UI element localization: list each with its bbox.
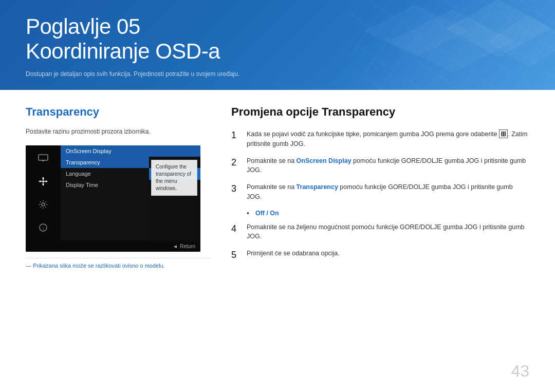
main-content: Transparency Postavite razinu prozirnost… bbox=[0, 90, 555, 279]
section-description: Postavite razinu prozirnosti prozora izb… bbox=[26, 127, 211, 136]
osd-menu-item-language: Language bbox=[61, 168, 149, 179]
osd-icon-gear bbox=[35, 198, 51, 212]
header: Poglavlje 05 Koordiniranje OSD-a Dostupa… bbox=[0, 0, 555, 90]
svg-text:i: i bbox=[43, 226, 44, 231]
svg-point-15 bbox=[42, 203, 45, 206]
step-number-4: 4 bbox=[231, 222, 240, 235]
osd-icon-info: i bbox=[35, 220, 51, 234]
svg-marker-14 bbox=[46, 180, 48, 182]
step-number-2: 2 bbox=[231, 156, 240, 169]
step-text-4: Pomaknite se na željenu mogućnost pomoću… bbox=[247, 222, 529, 242]
osd-icon-monitor bbox=[35, 152, 51, 165]
header-text-block: Poglavlje 05 Koordiniranje OSD-a Dostupa… bbox=[26, 14, 239, 78]
steps-list: 1 Kada se pojavi vodič za funkcijske tip… bbox=[231, 129, 529, 262]
svg-marker-11 bbox=[42, 177, 44, 179]
step-text-3: Pomaknite se na Transparency pomoću funk… bbox=[247, 182, 529, 202]
step-number-1: 1 bbox=[231, 129, 240, 142]
left-column: Transparency Postavite razinu prozirnost… bbox=[26, 105, 211, 269]
step-2: 2 Pomaknite se na OnScreen Display pomoć… bbox=[231, 156, 529, 176]
screenshot-note: ― Prikazana slika može se razlikovati ov… bbox=[26, 258, 211, 269]
step-number-3: 3 bbox=[231, 182, 240, 195]
svg-rect-6 bbox=[39, 155, 48, 160]
bullet-text: Off / On bbox=[255, 210, 279, 217]
step-4: 4 Pomaknite se na željenu mogućnost pomo… bbox=[231, 222, 529, 242]
header-decoration bbox=[349, 0, 555, 90]
osd-return-button: ◄ Return bbox=[173, 244, 195, 249]
bullet-item: • Off / On bbox=[231, 209, 529, 217]
osd-tooltip: Configure the transparency of the menu w… bbox=[151, 160, 197, 196]
section-title: Transparency bbox=[26, 105, 211, 119]
step-text-1: Kada se pojavi vodič za funkcijske tipke… bbox=[247, 129, 529, 149]
osd-menu-item-transparency: Transparency bbox=[61, 157, 149, 168]
osd-screenshot: i OnScreen Display Transparency Langu bbox=[26, 145, 200, 252]
header-subtitle: Dostupan je detaljan opis svih funkcija.… bbox=[26, 70, 239, 78]
step-3: 3 Pomaknite se na Transparency pomoću fu… bbox=[231, 182, 529, 202]
osd-sidebar: i bbox=[26, 145, 61, 240]
step-text-2: Pomaknite se na OnScreen Display pomoću … bbox=[247, 156, 529, 176]
svg-marker-12 bbox=[42, 184, 44, 186]
osd-bottom-bar: ◄ Return bbox=[26, 240, 200, 252]
page-title: Poglavlje 05 Koordiniranje OSD-a bbox=[26, 14, 239, 64]
step-1: 1 Kada se pojavi vodič za funkcijske tip… bbox=[231, 129, 529, 149]
osd-menu-items: Transparency Language Display Time bbox=[61, 157, 149, 240]
bullet-off-on: • Off / On bbox=[247, 209, 529, 217]
svg-marker-13 bbox=[39, 180, 41, 182]
step-number-5: 5 bbox=[231, 249, 240, 262]
step-text-5: Primijenit će se odabrana opcija. bbox=[247, 249, 529, 258]
osd-icon-arrows bbox=[35, 175, 51, 189]
osd-menu-item-displaytime: Display Time bbox=[61, 179, 149, 191]
step-5: 5 Primijenit će se odabrana opcija. bbox=[231, 249, 529, 262]
right-column: Promjena opcije Transparency 1 Kada se p… bbox=[231, 105, 529, 269]
right-title: Promjena opcije Transparency bbox=[231, 105, 529, 119]
page-number: 43 bbox=[511, 362, 529, 381]
osd-menu-header: OnScreen Display bbox=[61, 145, 200, 157]
